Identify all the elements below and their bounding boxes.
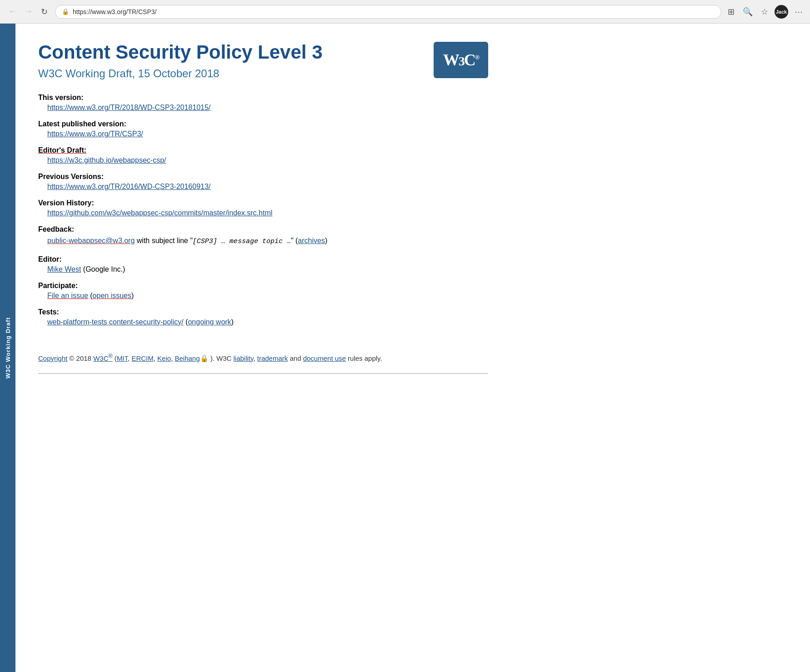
previous-versions-link[interactable]: https://www.w3.org/TR/2016/WD-CSP3-20160… [47,183,210,190]
menu-button[interactable]: ⋯ [793,5,805,19]
this-version-label: This version: [38,94,488,102]
main-content: W3C® Content Security Policy Level 3 W3C… [15,24,515,672]
tests-ongoing-post: ) [231,318,234,326]
feedback-email-link[interactable]: public-webappsec@w3.org [47,237,135,244]
participate-value: File an issue (open issues) [38,292,488,300]
address-bar[interactable]: 🔒 https://www.w3.org/TR/CSP3/ [55,5,721,19]
info-section: This version: https://www.w3.org/TR/2018… [38,94,488,326]
previous-versions-value: https://www.w3.org/TR/2016/WD-CSP3-20160… [38,183,488,191]
document-title: Content Security Policy Level 3 [38,42,488,63]
zoom-button[interactable]: 🔍 [741,5,755,19]
browser-chrome: ← → ↻ 🔒 https://www.w3.org/TR/CSP3/ ⊞ 🔍 … [0,0,810,24]
footer-divider [38,373,488,374]
file-issue-link[interactable]: File an issue [47,292,88,299]
footer-ercim-link[interactable]: ERCIM [131,354,153,362]
footer-beihang-link[interactable]: Beihang [175,354,200,362]
previous-versions-row: Previous Versions: https://www.w3.org/TR… [38,173,488,191]
version-history-label: Version History: [38,199,488,207]
feedback-row: Feedback: public-webappsec@w3.org with s… [38,225,488,247]
translate-button[interactable]: ⊞ [726,5,736,19]
feedback-close: ) [325,237,327,244]
url-text: https://www.w3.org/TR/CSP3/ [73,8,715,15]
editor-label: Editor: [38,255,488,264]
previous-versions-label: Previous Versions: [38,173,488,181]
editor-org: (Google Inc.) [81,265,125,273]
ongoing-work-link[interactable]: ongoing work [188,318,231,326]
tests-link[interactable]: web-platform-tests content-security-poli… [47,318,184,326]
latest-version-value: https://www.w3.org/TR/CSP3/ [38,130,488,138]
version-history-value: https://github.com/w3c/webappsec-csp/com… [38,209,488,217]
footer-and: and [288,354,303,362]
w3c-logo-text: W3C® [443,50,479,70]
footer-year: © 2018 [67,354,93,362]
back-button[interactable]: ← [5,5,19,18]
version-history-link[interactable]: https://github.com/w3c/webappsec-csp/com… [47,209,272,217]
footer-w3c-super: ® [108,353,112,359]
browser-actions: ⊞ 🔍 ☆ Jack ⋯ [726,5,805,19]
participate-label: Participate: [38,282,488,290]
tests-ongoing-pre: ( [184,318,188,326]
editors-draft-row: Editor's Draft: https://w3c.github.io/we… [38,146,488,164]
reload-button[interactable]: ↻ [38,5,50,19]
footer-paren-close: ). W3C [209,354,234,362]
bookmark-button[interactable]: ☆ [759,5,770,19]
footer-mit-link[interactable]: MIT [117,354,128,362]
editors-draft-link[interactable]: https://w3c.github.io/webappsec-csp/ [47,156,166,164]
tests-label: Tests: [38,308,488,316]
this-version-value: https://www.w3.org/TR/2018/WD-CSP3-20181… [38,104,488,112]
editors-draft-value: https://w3c.github.io/webappsec-csp/ [38,156,488,164]
footer-trademark-link[interactable]: trademark [257,354,288,362]
footer-keio-link[interactable]: Keio [157,354,171,362]
this-version-row: This version: https://www.w3.org/TR/2018… [38,94,488,112]
footer-document-use-link[interactable]: document use [303,354,346,362]
w3c-logo: W3C® [434,42,488,78]
latest-version-link[interactable]: https://www.w3.org/TR/CSP3/ [47,130,143,138]
participate-row: Participate: File an issue (open issues) [38,282,488,300]
footer-comma2: , [154,354,157,362]
version-history-row: Version History: https://github.com/w3c/… [38,199,488,217]
feedback-archives-link[interactable]: archives [298,237,325,244]
footer-rules: rules apply. [346,354,382,362]
copyright-footer: Copyright © 2018 W3C® (MIT, ERCIM, Keio,… [38,344,488,374]
feedback-subject-post: " ( [291,237,298,244]
w3c-registered-mark: ® [475,54,479,61]
feedback-value: public-webappsec@w3.org with subject lin… [38,235,488,247]
avatar[interactable]: Jack [775,5,788,19]
feedback-subject-pre: with subject line " [135,237,193,244]
editor-name-link[interactable]: Mike West [47,265,81,273]
sidebar: W3C Working Draft [0,24,15,672]
editor-row: Editor: Mike West (Google Inc.) [38,255,488,274]
latest-version-label: Latest published version: [38,120,488,128]
footer-lock-icon: 🔒 [200,354,209,362]
latest-version-row: Latest published version: https://www.w3… [38,120,488,138]
copyright-link[interactable]: Copyright [38,354,67,362]
tests-row: Tests: web-platform-tests content-securi… [38,308,488,326]
lock-icon: 🔒 [62,8,69,15]
footer-w3c-link[interactable]: W3C® [93,354,113,362]
open-issues-link[interactable]: open issues [93,292,131,299]
editors-draft-label: Editor's Draft: [38,146,86,154]
this-version-link[interactable]: https://www.w3.org/TR/2018/WD-CSP3-20181… [47,104,210,111]
forward-button[interactable]: → [22,5,35,18]
tests-value: web-platform-tests content-security-poli… [38,318,488,326]
sidebar-label: W3C Working Draft [5,317,11,378]
nav-buttons: ← → ↻ [5,5,50,19]
feedback-subject-text: [CSP3] … message topic … [193,238,291,245]
document-subtitle: W3C Working Draft, 15 October 2018 [38,67,488,80]
feedback-label: Feedback: [38,225,488,234]
footer-paren-open: ( [113,354,117,362]
page-wrapper: W3C Working Draft W3C® Content Security … [0,24,810,672]
footer-liability-link[interactable]: liability [234,354,254,362]
editor-value: Mike West (Google Inc.) [38,265,488,274]
footer-comma4: , [253,354,257,362]
